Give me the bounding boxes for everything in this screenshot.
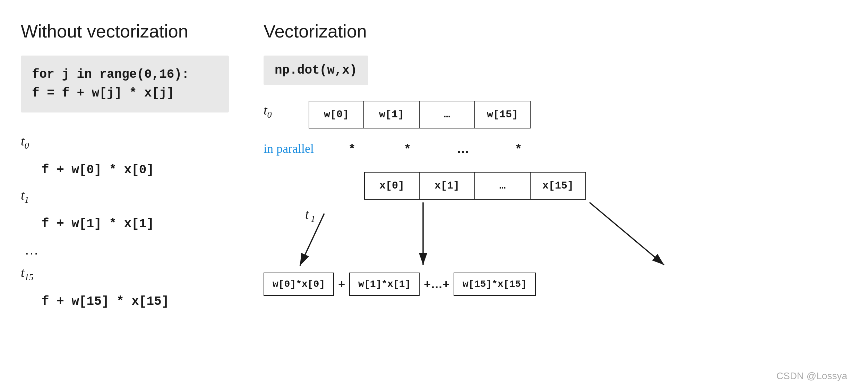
t0-label: t0 [21, 133, 45, 151]
plus-1: + [334, 277, 349, 291]
result-cell-1: w[1]*x[1] [349, 273, 420, 296]
x-cell-15: x[15] [531, 172, 586, 200]
svg-text:t: t [305, 207, 309, 222]
code-block: for j in range(0,16): f = f + w[j] * x[j… [21, 56, 229, 112]
star-0: * [324, 140, 380, 157]
t15-expression: f + w[15] * x[15] [21, 293, 169, 309]
t1-expr-row: f + w[1] * x[1] [21, 215, 229, 231]
result-cell-15: w[15]*x[15] [454, 273, 536, 296]
x-cell-1: x[1] [420, 172, 475, 200]
w-cell-1: w[1] [364, 101, 420, 128]
star-dots: … [435, 140, 491, 157]
stars-container: * * … * [324, 140, 546, 157]
star-1: * [380, 140, 435, 157]
result-cell-0: w[0]*x[0] [264, 273, 334, 296]
diagram-area: t0 w[0] w[1] … w[15] in parallel * * … * [264, 102, 847, 311]
t0-step: t0 [21, 133, 229, 151]
np-code: np.dot(w,x) [275, 63, 357, 77]
t15-label: t15 [21, 265, 45, 283]
x-cell-0: x[0] [364, 172, 420, 200]
t0-label-right: t0 [264, 102, 272, 120]
code-line2: f = f + w[j] * x[j] [32, 84, 218, 103]
right-title: Vectorization [264, 21, 847, 42]
t0-expr-row: f + w[0] * x[0] [21, 161, 229, 177]
w-cell-0: w[0] [309, 101, 364, 128]
plus-dots: +…+ [420, 277, 454, 291]
svg-line-5 [590, 202, 664, 265]
code-line1: for j in range(0,16): [32, 65, 218, 84]
result-row: w[0]*x[0] + w[1]*x[1] +…+ w[15]*x[15] [264, 273, 536, 296]
t1-expression: f + w[1] * x[1] [21, 215, 154, 231]
t15-step: t15 [21, 265, 229, 283]
x-cell-dots: … [475, 172, 531, 200]
w-vector-row: w[0] w[1] … w[15] [309, 101, 531, 128]
t0-expression: f + w[0] * x[0] [21, 161, 154, 177]
t1-step: t1 [21, 187, 229, 205]
main-container: Without vectorization for j in range(0,1… [0, 0, 868, 392]
svg-line-3 [300, 214, 324, 266]
t1-label: t1 [21, 187, 45, 205]
x-vector-row: x[0] x[1] … x[15] [364, 172, 586, 200]
watermark: CSDN @Lossya [776, 370, 847, 382]
left-side: Without vectorization for j in range(0,1… [21, 14, 229, 378]
svg-text:1: 1 [311, 214, 315, 224]
star-15: * [491, 140, 546, 157]
ellipsis: … [21, 241, 229, 258]
parallel-row: in parallel * * … * [264, 140, 576, 157]
t15-expr-row: f + w[15] * x[15] [21, 293, 229, 309]
w-cell-15: w[15] [475, 101, 531, 128]
in-parallel-label: in parallel [264, 141, 314, 156]
right-side: Vectorization np.dot(w,x) t0 w[0] w[1] …… [229, 14, 847, 378]
np-code-block: np.dot(w,x) [264, 56, 368, 85]
w-cell-dots: … [420, 101, 475, 128]
left-title: Without vectorization [21, 21, 229, 42]
